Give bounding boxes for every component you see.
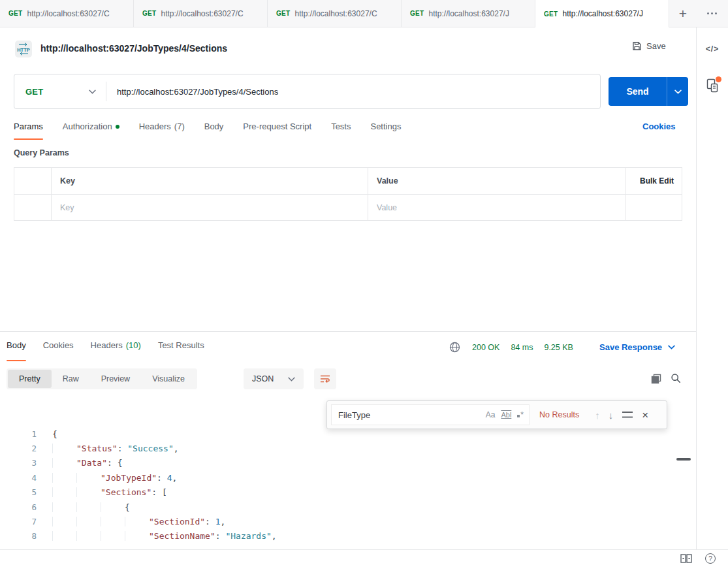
view-tab-preview[interactable]: Preview [90,370,141,388]
code-snippet-icon[interactable]: </> [697,44,728,54]
more-tabs-icon[interactable] [697,0,727,27]
tab-tests[interactable]: Tests [331,118,351,140]
code-line: 6{ [0,500,696,514]
send-label[interactable]: Send [609,77,667,106]
request-tab[interactable]: GEThttp://localhost:63027/J [535,0,669,27]
json-token: , [221,517,226,526]
whole-word-toggle[interactable]: Abl [501,411,511,419]
response-tab-headers[interactable]: Headers(10) [91,333,141,361]
tab-count: (7) [174,122,185,131]
view-tab-pretty[interactable]: Pretty [8,370,52,388]
tab-label: Authorization [63,122,112,131]
toggle-panel-icon[interactable] [680,554,692,563]
query-params-table: Key Value Bulk Edit Key Value [14,167,682,221]
request-tab[interactable]: GEThttp://localhost:63027/C [268,0,402,27]
new-tab-button[interactable]: + [669,0,697,27]
code-line: 7"SectionId": 1, [0,514,696,528]
url-input[interactable]: http://localhost:63027/JobTypes/4/Sectio… [106,87,600,97]
tab-count: (10) [126,340,141,350]
response-tab-cookies[interactable]: Cookies [43,333,74,361]
tab-label: Body [7,340,26,350]
tab-method-label: GET [276,10,290,17]
code-line: 8"SectionName": "Hazards", [0,529,696,543]
indent-guide [52,444,76,453]
wrap-lines-icon [320,374,330,383]
network-info-icon[interactable] [449,342,460,353]
copy-response-icon[interactable] [651,374,661,384]
response-tab-test-results[interactable]: Test Results [158,333,204,361]
tab-pre-request-script[interactable]: Pre-request Script [243,118,311,140]
find-options-icon[interactable] [622,411,633,419]
send-options-button[interactable] [667,77,688,106]
tab-params[interactable]: Params [14,118,43,140]
indent-guide [52,487,76,497]
find-input-wrap: Aa Abl * [331,404,530,425]
chevron-down-icon [674,89,682,94]
json-token: , [174,444,179,453]
line-number: 1 [0,429,37,439]
match-case-toggle[interactable]: Aa [486,410,496,419]
bottom-bar: ? [0,549,728,567]
save-response-button[interactable]: Save Response [599,333,675,361]
search-response-icon[interactable] [671,373,681,383]
request-tab[interactable]: GEThttp://localhost:63027/C [0,0,134,27]
tab-body[interactable]: Body [204,118,224,140]
method-selector[interactable]: GET [14,74,106,108]
row-handle-column [14,168,51,194]
view-tab-visualize[interactable]: Visualize [141,370,196,388]
response-tabs: BodyCookiesHeaders(10)Test Results [7,333,204,361]
request-tab[interactable]: GEThttp://localhost:63027/J [402,0,535,27]
query-params-header-row: Key Value Bulk Edit [14,168,682,194]
tab-authorization[interactable]: Authorization [63,118,119,140]
json-token: { [52,429,57,439]
find-previous-icon[interactable]: ↑ [595,410,600,421]
json-token: "Sections" [101,487,151,497]
code-content: { [52,429,57,439]
format-selector[interactable]: JSON [244,368,304,389]
param-value-input[interactable]: Value [368,195,625,220]
json-token: "Success" [127,444,173,453]
tab-settings[interactable]: Settings [370,118,401,140]
json-token: : [107,458,118,468]
response-divider [0,331,696,332]
json-token: "SectionId" [149,517,205,526]
code-line: 3"Data": { [0,456,696,470]
help-icon[interactable]: ? [705,553,716,564]
tab-headers[interactable]: Headers(7) [139,118,185,140]
cookies-link[interactable]: Cookies [642,122,676,131]
wrap-lines-button[interactable] [314,368,336,389]
json-token: 1 [215,517,221,526]
response-size: 9.25 KB [544,343,573,352]
request-title: http://localhost:63027/JobTypes/4/Sectio… [40,43,227,54]
find-next-icon[interactable]: ↓ [609,410,614,421]
close-find-icon[interactable]: × [642,410,648,421]
bulk-edit-button[interactable]: Bulk Edit [640,176,674,186]
regex-toggle[interactable]: * [517,410,524,419]
request-tabs: ParamsAuthorizationHeaders(7)BodyPre-req… [14,118,401,142]
indent-guide [101,502,125,512]
request-tab[interactable]: GEThttp://localhost:63027/C [134,0,268,27]
send-button[interactable]: Send [609,77,688,106]
save-response-label: Save Response [599,342,662,352]
find-bar: Aa Abl * No Results ↑ ↓ × [326,400,667,429]
save-icon [632,41,642,51]
save-button[interactable]: Save [632,41,666,51]
indent-guide [52,531,76,541]
tab-label: Tests [331,122,351,131]
json-token: , [172,473,178,483]
code-content: "Status": "Success", [52,444,179,453]
tab-url-label: http://localhost:63027/J [562,9,642,18]
json-token: { [118,458,123,468]
indent-guide [76,487,101,497]
tab-label: Body [204,122,224,131]
value-column-header: Value [368,168,625,194]
documentation-icon[interactable] [706,78,719,93]
view-tab-raw[interactable]: Raw [52,370,90,388]
param-key-input[interactable]: Key [51,195,368,220]
response-body-code: 1{2"Status": "Success",3"Data": {4"JobTy… [0,427,696,549]
find-input[interactable] [338,410,480,420]
scrollbar-thumb[interactable] [676,458,691,461]
indent-guide [101,517,125,526]
response-tab-body[interactable]: Body [7,333,26,361]
code-line: 5"Sections": [ [0,485,696,500]
